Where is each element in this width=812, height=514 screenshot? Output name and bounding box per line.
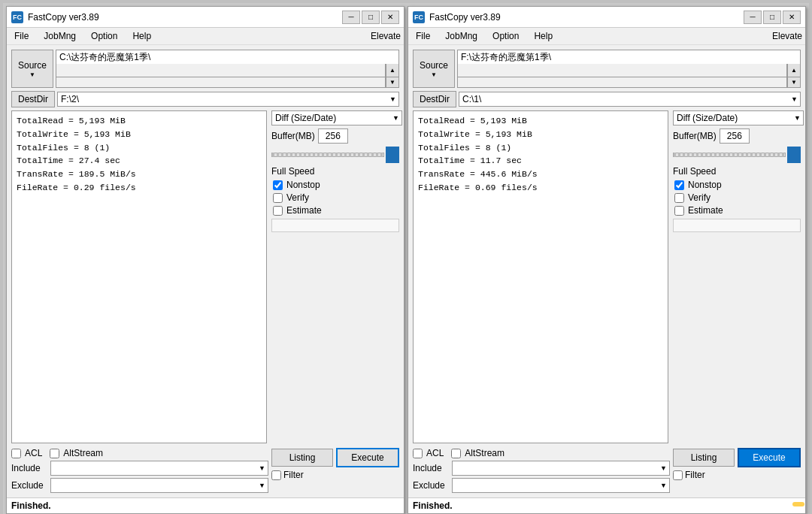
stat-file-rate: FileRate = 0.69 files/s	[418, 181, 663, 195]
bottom-area: ACL AltStream Include ▼	[413, 448, 801, 493]
include-exclude-section: Include ▼ Exclude ▼	[413, 461, 670, 493]
nonstop-checkbox[interactable]	[273, 180, 283, 190]
buffer-input[interactable]	[720, 128, 750, 144]
source-dropdown-arrow: ▼	[29, 71, 35, 78]
minimize-button[interactable]: ─	[744, 11, 762, 24]
filter-area: Filter	[673, 470, 801, 480]
filter-area: Filter	[271, 470, 399, 480]
verify-label: Verify	[688, 192, 710, 203]
buffer-input[interactable]	[318, 128, 348, 144]
listing-button[interactable]: Listing	[271, 449, 333, 467]
destdir-button[interactable]: DestDir	[413, 91, 456, 107]
source-scroll-down[interactable]: ▼	[787, 77, 801, 88]
source-input-wrap: ▲ ▼	[56, 50, 399, 88]
fullspeed-row: Full Speed	[673, 166, 801, 177]
destdir-input[interactable]	[57, 92, 399, 107]
elevate-label: Elevate	[371, 31, 401, 41]
extra-input	[271, 219, 399, 232]
menu-option[interactable]: Option	[488, 29, 523, 43]
destdir-input[interactable]	[459, 92, 801, 107]
source-scroll-down[interactable]: ▼	[386, 77, 399, 88]
source-button[interactable]: Source ▼	[11, 50, 53, 88]
diff-select[interactable]: Diff (Size/Date) Diff (Size) Diff (Date)…	[271, 110, 402, 125]
diff-select[interactable]: Diff (Size/Date) Diff (Size) Diff (Date)…	[673, 110, 804, 125]
acl-checkbox[interactable]	[11, 449, 21, 458]
close-button[interactable]: ✕	[783, 11, 801, 24]
filter-checkbox[interactable]	[673, 470, 683, 480]
altstream-checkbox[interactable]	[50, 449, 59, 458]
stat-total-read: TotalRead = 5,193 MiB	[17, 114, 262, 128]
estimate-checkbox[interactable]	[273, 206, 283, 216]
window-window2: FC FastCopy ver3.89 ─ □ ✕ File JobMng Op…	[408, 6, 806, 514]
stat-total-files: TotalFiles = 8 (1)	[418, 141, 663, 155]
verify-row: Verify	[674, 192, 801, 203]
stats-panel: TotalRead = 5,193 MiB TotalWrite = 5,193…	[413, 110, 668, 443]
exclude-input[interactable]	[50, 478, 268, 493]
bottom-right: Listing Execute Filter	[673, 448, 801, 480]
menu-help[interactable]: Help	[128, 29, 156, 43]
exclude-input[interactable]	[452, 478, 670, 493]
menu-option[interactable]: Option	[86, 29, 122, 43]
altstream-item: AltStream	[451, 448, 504, 458]
menu-jobmng[interactable]: JobMng	[39, 29, 80, 43]
listing-button[interactable]: Listing	[673, 449, 735, 467]
include-exclude-section: Include ▼ Exclude ▼	[11, 461, 268, 493]
verify-row: Verify	[273, 192, 399, 203]
include-input[interactable]	[50, 461, 268, 476]
source-scroll-up[interactable]: ▲	[386, 64, 399, 77]
source-row: Source ▼ ▲ ▼	[413, 50, 801, 88]
exclude-row: Exclude ▼	[11, 478, 268, 493]
filter-label: Filter	[685, 470, 705, 480]
nonstop-label: Nonstop	[688, 180, 722, 190]
altstream-checkbox[interactable]	[451, 449, 461, 458]
stat-total-write: TotalWrite = 5,193 MiB	[418, 128, 663, 141]
fullspeed-label: Full Speed	[271, 166, 314, 177]
destdir-row: DestDir ▼	[11, 91, 399, 107]
estimate-row: Estimate	[273, 205, 399, 216]
altstream-label: AltStream	[63, 448, 103, 458]
destdir-button[interactable]: DestDir	[11, 91, 55, 107]
filter-checkbox[interactable]	[271, 470, 281, 480]
estimate-label: Estimate	[286, 205, 322, 216]
buttons-row: Listing Execute	[271, 448, 399, 467]
filter-item: Filter	[673, 470, 705, 480]
speed-thumb[interactable]	[787, 147, 801, 163]
verify-checkbox[interactable]	[273, 193, 283, 203]
titlebar: FC FastCopy ver3.89 ─ □ ✕	[408, 7, 805, 28]
fullspeed-label: Full Speed	[673, 166, 716, 177]
speed-thumb[interactable]	[386, 147, 399, 163]
maximize-button[interactable]: □	[763, 11, 781, 24]
filter-item: Filter	[271, 470, 304, 480]
verify-checkbox[interactable]	[674, 193, 684, 203]
menubar: File JobMng Option Help Elevate	[7, 28, 404, 45]
close-button[interactable]: ✕	[381, 11, 399, 24]
filter-label: Filter	[283, 470, 304, 480]
source-input[interactable]	[56, 50, 399, 64]
execute-button[interactable]: Execute	[336, 448, 399, 467]
menu-jobmng[interactable]: JobMng	[441, 29, 482, 43]
stat-total-time: TotalTime = 27.4 sec	[17, 154, 262, 168]
include-row: Include ▼	[413, 461, 670, 476]
maximize-button[interactable]: □	[362, 11, 380, 24]
menu-file[interactable]: File	[10, 29, 33, 43]
source-button[interactable]: Source ▼	[413, 50, 455, 88]
altstream-item: AltStream	[50, 448, 103, 458]
stats-options-row: TotalRead = 5,193 MiB TotalWrite = 5,193…	[11, 110, 399, 443]
diff-row: Diff (Size/Date) Diff (Size) Diff (Date)…	[673, 110, 801, 125]
source-scroll-up[interactable]: ▲	[787, 64, 801, 77]
status-text: Finished.	[11, 500, 51, 511]
buffer-row: Buffer(MB)	[673, 128, 801, 144]
acl-item: ACL	[11, 448, 42, 458]
menu-help[interactable]: Help	[529, 29, 557, 43]
acl-checkbox[interactable]	[413, 449, 423, 458]
estimate-checkbox[interactable]	[674, 206, 684, 216]
menu-file[interactable]: File	[411, 29, 435, 43]
include-row: Include ▼	[11, 461, 268, 476]
execute-button[interactable]: Execute	[738, 448, 801, 467]
source-input[interactable]	[457, 50, 801, 64]
include-input[interactable]	[452, 461, 670, 476]
extra-input	[673, 219, 801, 232]
window-window1: FC FastCopy ver3.89 ─ □ ✕ File JobMng Op…	[6, 6, 404, 514]
nonstop-checkbox[interactable]	[674, 180, 684, 190]
minimize-button[interactable]: ─	[342, 11, 360, 24]
